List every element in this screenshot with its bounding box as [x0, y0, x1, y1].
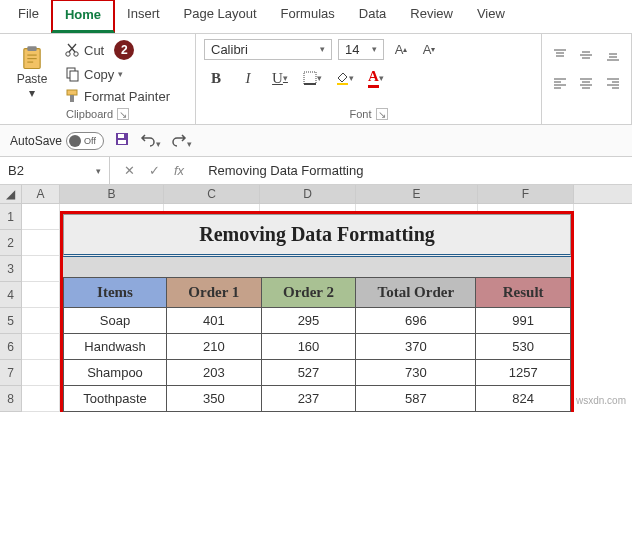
fx-icon[interactable]: fx	[174, 163, 184, 178]
font-family-select[interactable]: Calibri ▾	[204, 39, 332, 60]
table-cell[interactable]: Handwash	[64, 334, 167, 360]
paste-icon	[18, 44, 46, 72]
col-header[interactable]: A	[22, 185, 60, 203]
copy-icon	[64, 66, 80, 82]
table-cell[interactable]: 350	[167, 386, 262, 412]
row-header[interactable]: 2	[0, 230, 22, 256]
svg-point-6	[74, 52, 78, 56]
format-painter-button[interactable]: Format Painter	[62, 86, 172, 106]
chevron-down-icon: ▾	[372, 44, 377, 54]
autosave-toggle[interactable]: AutoSave Off	[10, 132, 104, 150]
decrease-font-button[interactable]: A▾	[418, 38, 440, 60]
row-header[interactable]: 6	[0, 334, 22, 360]
menu-home[interactable]: Home	[51, 0, 115, 33]
fill-color-button[interactable]: ▾	[332, 66, 356, 90]
underline-button[interactable]: U▾	[268, 66, 292, 90]
table-cell[interactable]: 295	[261, 308, 356, 334]
header-items[interactable]: Items	[64, 278, 167, 308]
svg-rect-11	[304, 72, 316, 84]
align-left-button[interactable]	[550, 72, 570, 94]
align-right-button[interactable]	[603, 72, 623, 94]
borders-button[interactable]: ▾	[300, 66, 324, 90]
col-header[interactable]: B	[60, 185, 164, 203]
row-header[interactable]: 5	[0, 308, 22, 334]
header-order2[interactable]: Order 2	[261, 278, 356, 308]
align-center-button[interactable]	[576, 72, 596, 94]
table-row: Handwash210160370530	[64, 334, 571, 360]
table-cell[interactable]: 370	[356, 334, 476, 360]
header-total[interactable]: Total Order	[356, 278, 476, 308]
italic-button[interactable]: I	[236, 66, 260, 90]
select-all-corner[interactable]: ◢	[0, 185, 22, 203]
table-cell[interactable]: 696	[356, 308, 476, 334]
increase-font-button[interactable]: A▴	[390, 38, 412, 60]
menu-file[interactable]: File	[6, 0, 51, 33]
font-size-value: 14	[345, 42, 359, 57]
col-header[interactable]: C	[164, 185, 260, 203]
menu-view[interactable]: View	[465, 0, 517, 33]
font-color-button[interactable]: A▾	[364, 66, 388, 90]
col-header[interactable]: D	[260, 185, 356, 203]
menu-review[interactable]: Review	[398, 0, 465, 33]
formula-input[interactable]: Removing Data Formatting	[198, 157, 632, 184]
annotation-badge-2: 2	[114, 40, 134, 60]
table-cell[interactable]: 991	[476, 308, 571, 334]
table-cell[interactable]: Toothpaste	[64, 386, 167, 412]
header-order1[interactable]: Order 1	[167, 278, 262, 308]
table-cell[interactable]: Soap	[64, 308, 167, 334]
redo-button[interactable]: ▾	[171, 131, 192, 150]
table-cell[interactable]: 401	[167, 308, 262, 334]
font-size-select[interactable]: 14 ▾	[338, 39, 384, 60]
table-cell[interactable]: 160	[261, 334, 356, 360]
align-top-button[interactable]	[550, 44, 570, 66]
table-cell[interactable]: 530	[476, 334, 571, 360]
table-cell[interactable]: 587	[356, 386, 476, 412]
table-cell[interactable]: 1257	[476, 360, 571, 386]
align-middle-button[interactable]	[576, 44, 596, 66]
paste-button[interactable]: Paste ▾	[8, 38, 56, 106]
svg-rect-9	[67, 90, 77, 95]
menu-bar: File Home Insert Page Layout Formulas Da…	[0, 0, 632, 34]
name-box[interactable]: B2 ▾	[0, 157, 110, 184]
cancel-formula-icon[interactable]: ✕	[124, 163, 135, 178]
table-cell[interactable]: 527	[261, 360, 356, 386]
menu-formulas[interactable]: Formulas	[269, 0, 347, 33]
col-header[interactable]: F	[478, 185, 574, 203]
menu-page-layout[interactable]: Page Layout	[172, 0, 269, 33]
row-header[interactable]: 3	[0, 256, 22, 282]
paste-label: Paste	[17, 72, 48, 86]
row-header[interactable]: 8	[0, 386, 22, 412]
table-cell[interactable]: 237	[261, 386, 356, 412]
font-group-label: Font ↘	[204, 106, 533, 122]
dialog-launcher-icon[interactable]: ↘	[117, 108, 129, 120]
svg-point-5	[66, 52, 70, 56]
autosave-label: AutoSave	[10, 134, 62, 148]
dialog-launcher-icon[interactable]: ↘	[376, 108, 388, 120]
save-button[interactable]	[114, 131, 130, 150]
menu-insert[interactable]: Insert	[115, 0, 172, 33]
table-cell[interactable]: Shampoo	[64, 360, 167, 386]
svg-rect-10	[70, 95, 74, 102]
border-icon	[303, 71, 317, 85]
cut-button[interactable]: Cut 2	[62, 38, 172, 62]
svg-rect-36	[118, 134, 124, 138]
row-header[interactable]: 1	[0, 204, 22, 230]
row-header[interactable]: 7	[0, 360, 22, 386]
col-header[interactable]: E	[356, 185, 478, 203]
table-cell[interactable]: 730	[356, 360, 476, 386]
row-header[interactable]: 4	[0, 282, 22, 308]
header-result[interactable]: Result	[476, 278, 571, 308]
table-cell[interactable]: 210	[167, 334, 262, 360]
cell-reference: B2	[8, 163, 24, 178]
enter-formula-icon[interactable]: ✓	[149, 163, 160, 178]
bold-button[interactable]: B	[204, 66, 228, 90]
menu-data[interactable]: Data	[347, 0, 398, 33]
table-cell[interactable]: 824	[476, 386, 571, 412]
copy-button[interactable]: Copy ▾	[62, 64, 172, 84]
format-painter-label: Format Painter	[84, 89, 170, 104]
table-title[interactable]: Removing Data Formatting	[63, 214, 571, 257]
align-bottom-button[interactable]	[603, 44, 623, 66]
table-cell[interactable]: 203	[167, 360, 262, 386]
undo-button[interactable]: ▾	[140, 131, 161, 150]
svg-rect-3	[27, 58, 36, 59]
